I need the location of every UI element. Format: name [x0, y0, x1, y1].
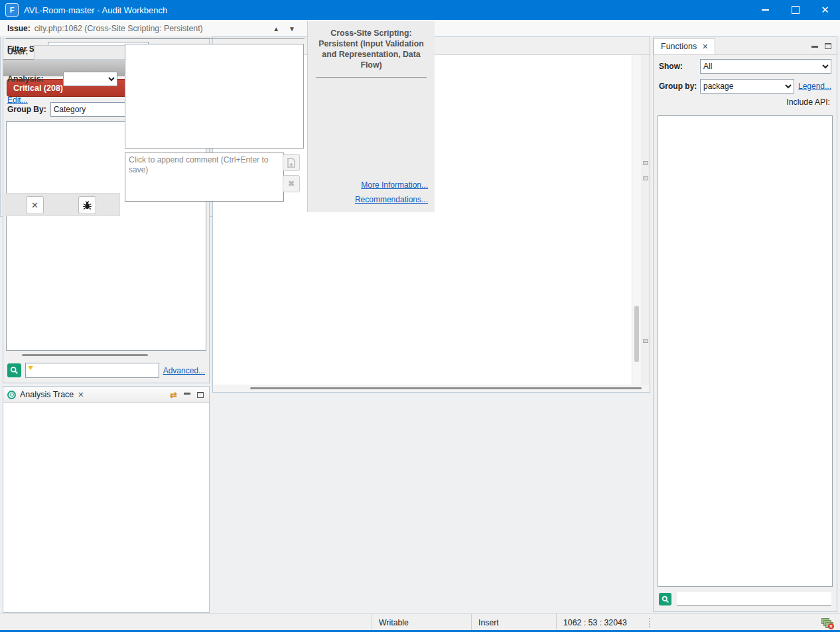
more-information-link[interactable]: More Information...: [361, 180, 428, 190]
include-api-label: Include API:: [654, 95, 837, 107]
divider: [316, 77, 427, 78]
annotation-mark: [643, 161, 648, 165]
functions-search-icon[interactable]: [659, 593, 671, 605]
maximize-button[interactable]: [780, 0, 810, 20]
functions-maximize-icon[interactable]: [825, 43, 831, 49]
minimize-button[interactable]: [750, 0, 780, 20]
issue-value: city.php:1062 (Cross-Site Scripting: Per…: [35, 24, 269, 33]
sync-error-icon[interactable]: ✕: [821, 618, 832, 627]
title-bar: F AVL-Room-master - Audit Workbench ✕: [0, 0, 840, 20]
issue-description-title: Cross-Site Scripting: Persistent (Input …: [316, 28, 427, 70]
edit-link[interactable]: Edit...: [7, 95, 28, 105]
analysis-label: Analysis:: [7, 74, 44, 84]
close-button[interactable]: ✕: [810, 0, 840, 20]
maximize-icon: [792, 6, 800, 14]
minimize-icon: [762, 9, 769, 11]
functions-tab-label: Functions: [661, 42, 697, 51]
bug-icon: [82, 200, 92, 210]
comment-input[interactable]: Click to append comment (Ctrl+Enter to s…: [125, 153, 284, 202]
recommendations-link[interactable]: Recommendations...: [355, 195, 428, 204]
analysis-trace-icon: [7, 391, 16, 399]
writable-status: Writable: [372, 614, 471, 631]
caret-position-status: 1062 : 53 : 32043: [556, 614, 644, 631]
editor-horizontal-scrollbar[interactable]: [213, 385, 650, 392]
add-comment-button[interactable]: [283, 154, 300, 171]
show-label: Show:: [659, 62, 696, 71]
analysis-trace-close-icon[interactable]: ✕: [78, 391, 84, 399]
analysis-trace-title: Analysis Trace: [20, 390, 74, 399]
clear-button[interactable]: ✕: [26, 196, 44, 214]
tab-functions[interactable]: Functions ✕: [654, 38, 715, 54]
trace-swap-icon[interactable]: ⇄: [170, 390, 177, 400]
functions-panel: Functions ✕ Show: All Group by: package …: [653, 36, 837, 612]
issue-description: Cross-Site Scripting: Persistent (Input …: [307, 21, 435, 212]
app-logo-icon: F: [5, 3, 19, 17]
issue-label: Issue:: [7, 24, 31, 33]
divider: [6, 38, 305, 39]
editor-vertical-scrollbar[interactable]: [632, 55, 641, 385]
functions-group-by-select[interactable]: package: [700, 79, 794, 94]
previous-issue-icon[interactable]: ▲: [273, 25, 279, 32]
advanced-link[interactable]: Advanced...: [163, 366, 205, 375]
include-api-checkboxes: [654, 107, 837, 114]
functions-close-icon[interactable]: ✕: [702, 42, 708, 51]
issue-search-input[interactable]: [25, 363, 159, 378]
legend-link[interactable]: Legend...: [798, 82, 831, 91]
trace-minimize-icon[interactable]: [184, 393, 190, 395]
functions-group-by-label: Group by:: [659, 82, 696, 91]
status-grip: [649, 618, 653, 627]
user-label: User:: [7, 47, 28, 56]
analysis-trace-panel: Analysis Trace ✕ ⇄: [3, 386, 210, 613]
window-title: AVL-Room-master - Audit Workbench: [24, 5, 750, 15]
comment-history-box[interactable]: [125, 44, 304, 149]
next-issue-icon[interactable]: ▼: [289, 25, 295, 32]
analysis-select[interactable]: [63, 72, 117, 86]
trace-list: [3, 403, 209, 612]
show-select[interactable]: All: [700, 59, 831, 74]
delete-comment-button[interactable]: ✖: [283, 175, 300, 192]
functions-minimize-icon[interactable]: [811, 46, 818, 48]
status-bar: Writable Insert 1062 : 53 : 32043 ✕: [0, 613, 840, 631]
audit-toolstrip: [5, 193, 120, 216]
search-icon[interactable]: [7, 363, 21, 377]
annotation-mark: [643, 339, 648, 343]
functions-tree: [658, 115, 833, 587]
user-field[interactable]: [34, 45, 133, 60]
filter-funnel-icon: [28, 366, 33, 370]
editor-annotation-column: [641, 55, 650, 385]
insert-mode-status: Insert: [471, 614, 556, 631]
annotation-mark: [643, 176, 648, 180]
functions-search-input[interactable]: [677, 592, 831, 606]
trace-maximize-icon[interactable]: [197, 392, 204, 398]
bug-report-button[interactable]: [78, 196, 96, 214]
audit-panel: Issue: city.php:1062 (Cross-Site Scripti…: [0, 0, 438, 217]
issues-horizontal-scrollbar[interactable]: [7, 352, 205, 358]
